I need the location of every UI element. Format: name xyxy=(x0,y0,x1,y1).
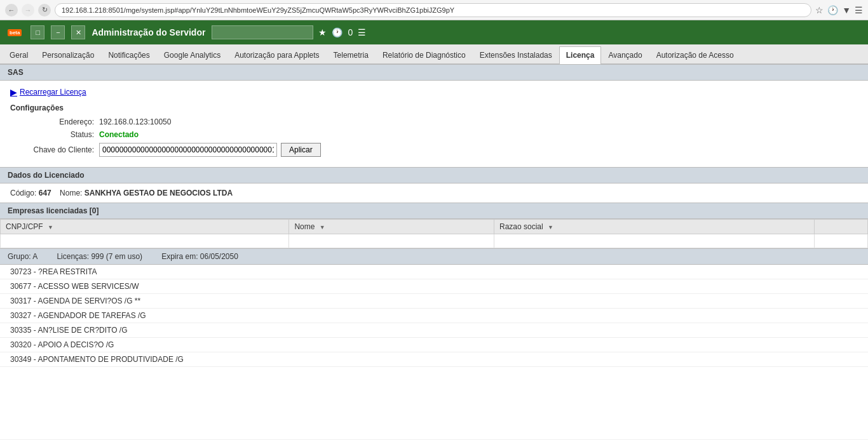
history-button[interactable]: 🕐 xyxy=(827,5,838,15)
empty-cell-1 xyxy=(1,234,289,248)
star-icon-btn[interactable]: ★ xyxy=(318,27,327,37)
status-label: Status: xyxy=(23,130,99,139)
item-code-3: 30317 - xyxy=(10,297,37,305)
hamburger-icon-btn[interactable]: ☰ xyxy=(358,27,366,37)
item-code-2: 30677 - xyxy=(10,282,37,291)
col-nome: Nome ▼ xyxy=(289,220,494,234)
item-desc-4: AGENDADOR DE TAREFAS /G xyxy=(37,311,146,320)
tab-geral[interactable]: Geral xyxy=(3,46,35,63)
reload-license-label: Recarregar Licença xyxy=(20,88,86,97)
table-row-empty xyxy=(1,234,868,248)
client-key-row: Chave do Cliente: Aplicar xyxy=(23,143,858,157)
downloads-button[interactable]: ▼ xyxy=(842,5,851,15)
browser-bar: ← → ↻ ☆ 🕐 ▼ ☰ xyxy=(0,0,868,20)
client-key-label: Chave do Cliente: xyxy=(23,145,99,154)
list-item: 30335 - AN?LISE DE CR?DITO /G xyxy=(0,323,868,338)
reload-button[interactable]: ↻ xyxy=(38,4,51,17)
filter-icon-cnpj[interactable]: ▼ xyxy=(48,224,53,230)
code-label: Código: xyxy=(10,189,36,197)
minimize-button[interactable]: − xyxy=(51,25,65,39)
menu-button[interactable]: ☰ xyxy=(855,5,863,15)
companies-section-header: Empresas licenciadas [0] xyxy=(0,203,868,219)
group-expires: Expira em: 06/05/2050 xyxy=(161,252,238,261)
list-item: 30723 - ?REA RESTRITA xyxy=(0,265,868,279)
configurations-title: Configurações xyxy=(10,103,858,112)
reload-icon: ▶ xyxy=(10,87,17,97)
address-bar[interactable] xyxy=(55,3,811,17)
tab-autorizacao-applets[interactable]: Autorização para Applets xyxy=(227,46,326,63)
code-value: 647 xyxy=(39,189,51,197)
address-row: Endereço: 192.168.0.123:10050 xyxy=(23,117,858,126)
item-desc-1: ?REA RESTRITA xyxy=(38,267,97,276)
status-row: Status: Conectado xyxy=(23,130,858,139)
item-code-1: 30723 - xyxy=(10,267,38,276)
main-content: SAS ▶ Recarregar Licença Configurações E… xyxy=(0,64,868,439)
name-label: Nome: xyxy=(60,189,82,197)
address-label: Endereço: xyxy=(23,117,99,126)
tab-autorizacao-acesso[interactable]: Autorização de Acesso xyxy=(649,46,741,63)
tab-extensoes-instaladas[interactable]: Extensões Instaladas xyxy=(473,46,559,63)
col-extra xyxy=(814,220,867,234)
forward-button[interactable]: → xyxy=(22,4,34,17)
restore-button[interactable]: □ xyxy=(31,25,44,39)
clock-icon-btn[interactable]: 🕐 xyxy=(332,27,342,37)
list-item: 30349 - APONTAMENTO DE PRODUTIVIDADE /G xyxy=(0,352,868,367)
item-code-5: 30335 - xyxy=(10,326,37,335)
item-code-6: 30320 - xyxy=(10,340,37,349)
group-name: Grupo: A xyxy=(8,252,37,261)
item-desc-5: AN?LISE DE CR?DITO /G xyxy=(37,326,127,335)
item-desc-2: ACESSO WEB SERVICES/W xyxy=(37,282,139,291)
status-value: Conectado xyxy=(99,130,139,139)
empty-cell-4 xyxy=(814,234,867,248)
company-name-value: SANKHYA GESTAO DE NEGOCIOS LTDA xyxy=(85,189,233,197)
config-table: Endereço: 192.168.0.123:10050 Status: Co… xyxy=(23,117,858,157)
list-item: 30677 - ACESSO WEB SERVICES/W xyxy=(0,279,868,294)
item-code-7: 30349 - xyxy=(10,355,37,364)
sas-content: ▶ Recarregar Licença Configurações Ender… xyxy=(0,81,868,167)
beta-badge: beta xyxy=(8,29,22,36)
close-button[interactable]: ✕ xyxy=(71,25,85,39)
tabs-bar: Geral Personalização Notificações Google… xyxy=(0,44,868,64)
col-razao-social: Razao social ▼ xyxy=(494,220,815,234)
reload-license-link[interactable]: ▶ Recarregar Licença xyxy=(10,87,858,97)
empty-cell-2 xyxy=(289,234,494,248)
list-item: 30327 - AGENDADOR DE TAREFAS /G xyxy=(0,309,868,323)
bookmark-button[interactable]: ☆ xyxy=(815,5,824,15)
apply-button[interactable]: Aplicar xyxy=(281,143,321,157)
item-desc-6: APOIO A DECIS?O /G xyxy=(37,340,114,349)
tab-licenca[interactable]: Licença xyxy=(559,46,602,64)
group-header: Grupo: A Licenças: 999 (7 em uso) Expira… xyxy=(0,248,868,265)
tab-avancado[interactable]: Avançado xyxy=(601,46,649,63)
item-desc-7: APONTAMENTO DE PRODUTIVIDADE /G xyxy=(37,355,184,364)
tab-google-analytics[interactable]: Google Analytics xyxy=(157,46,227,63)
notification-icon-btn[interactable]: 0 xyxy=(348,27,353,37)
sas-section-header: SAS xyxy=(0,64,868,81)
license-info: Código: 647 Nome: SANKHYA GESTAO DE NEGO… xyxy=(0,183,868,203)
browser-actions: ☆ 🕐 ▼ ☰ xyxy=(815,5,863,15)
group-licenses: Licenças: 999 (7 em uso) xyxy=(57,252,142,261)
client-key-input[interactable] xyxy=(99,143,277,157)
header-icons: ★ 🕐 0 ☰ xyxy=(212,25,366,39)
empty-cell-3 xyxy=(494,234,815,248)
app-header: beta □ − ✕ Administração do Servidor ★ 🕐… xyxy=(0,20,868,44)
tab-personalizacao[interactable]: Personalização xyxy=(35,46,101,63)
licensed-data-header: Dados do Licenciado xyxy=(0,167,868,183)
tab-notificacoes[interactable]: Notificações xyxy=(101,46,156,63)
companies-table: CNPJ/CPF ▼ Nome ▼ Razao social ▼ xyxy=(0,219,868,248)
tab-telemetria[interactable]: Telemetria xyxy=(327,46,376,63)
tab-relatorio-diagnostico[interactable]: Relatório de Diagnóstico xyxy=(376,46,473,63)
item-desc-3: AGENDA DE SERVI?OS /G ** xyxy=(37,297,140,305)
list-item: 30320 - APOIO A DECIS?O /G xyxy=(0,338,868,352)
app-title: Administração do Servidor xyxy=(92,27,205,37)
filter-icon-nome[interactable]: ▼ xyxy=(320,224,325,230)
companies-table-section: CNPJ/CPF ▼ Nome ▼ Razao social ▼ xyxy=(0,219,868,248)
list-item: 30317 - AGENDA DE SERVI?OS /G ** xyxy=(0,294,868,309)
header-search-input[interactable] xyxy=(212,25,313,39)
group-items-list: 30723 - ?REA RESTRITA 30677 - ACESSO WEB… xyxy=(0,265,868,367)
filter-icon-razao[interactable]: ▼ xyxy=(548,224,553,230)
address-value: 192.168.0.123:10050 xyxy=(99,117,171,126)
back-button[interactable]: ← xyxy=(5,4,18,17)
col-cnpj-cpf: CNPJ/CPF ▼ xyxy=(1,220,289,234)
item-code-4: 30327 - xyxy=(10,311,37,320)
